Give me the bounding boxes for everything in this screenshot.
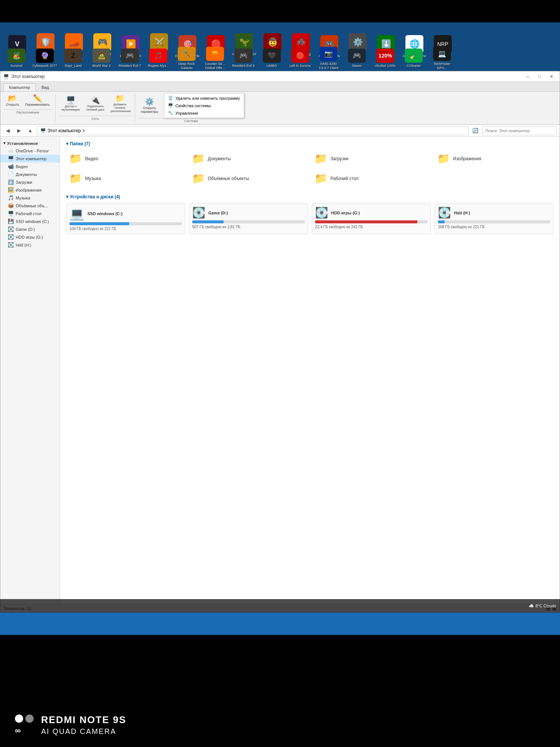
sidebar-item-music[interactable]: 🎵 Музыка [0, 194, 60, 202]
video-icon: 📹 [8, 164, 14, 169]
desktop-icon-cs[interactable]: 🔫 Counter-Str... Global Offe... [202, 46, 228, 71]
desktop-icon-worldwar[interactable]: 🧟 World War Z [88, 47, 115, 69]
maximize-button[interactable]: □ [534, 73, 545, 80]
remove-program-menu-item[interactable]: 🗑️ Удалить или изменить программу [164, 94, 244, 102]
drive-hdd-g[interactable]: 💽 HDD игры (G:) 23,4 ГБ свободно из 243 … [312, 203, 431, 234]
pc-icon: 🖥️ [40, 128, 46, 133]
folder-video[interactable]: 📁 Видео [66, 150, 186, 167]
sidebar-item-docs[interactable]: 📄 Документы [0, 170, 60, 178]
desktop-icon-resident8[interactable]: 🎮 Resident Evil 8 [230, 47, 257, 69]
folder-objects3d[interactable]: 📁 Объёмные объекты [189, 170, 309, 187]
sidebar-item-objects3d[interactable]: 📦 Объёмные объ... [0, 202, 60, 210]
drive-hdd-h[interactable]: 💽 Hdd (H:) 208 ГБ свободно из 221 ГБ [435, 203, 554, 234]
minimize-button[interactable]: ─ [522, 73, 533, 80]
ribbon-group-network-btns: 🖥️ Доступ к мультимедиа 🔌 Подключить сет… [59, 93, 132, 116]
desktop-icons-row2: 🏕️ Survival 🔮 Cyberpunk 2077 Z Dayz_Land… [0, 46, 560, 71]
folder-music-icon: 📁 [69, 172, 82, 185]
desktop-icon-yandex[interactable]: 🎵 Яндекс.Муз... [145, 47, 172, 69]
rename-icon: ✏️ [33, 94, 42, 102]
sidebar-item-hddgames[interactable]: 💽 HDD игры (G:) [0, 233, 60, 241]
drive-ssd-c-header: 💻 SSD windows (C:) [69, 207, 182, 221]
folder-images[interactable]: 📁 Изображения [434, 150, 554, 167]
rename-btn[interactable]: ✏️ Переименовать [22, 93, 52, 108]
desktop-icon-steam[interactable]: 🎮 Steam [343, 47, 370, 69]
drive-ssd-icon: 💻 [69, 207, 84, 221]
sidebar-item-thispc[interactable]: 🖥️ Этот компьютер [0, 155, 60, 162]
sidebar-item-downloads[interactable]: ⬇️ Загрузки [0, 178, 60, 186]
desktop-icon-deeprock[interactable]: ⛏️ Deep Rock Galactic [173, 46, 200, 71]
gamed-icon: 💽 [8, 226, 14, 232]
drives-section-header: ▾ Устройства и диски (4) [66, 194, 554, 199]
hddgames-icon: 💽 [8, 234, 14, 240]
sidebar-item-video[interactable]: 📹 Видео [0, 162, 60, 170]
open-params-btn[interactable]: ⚙️ Открытьпараметры [138, 93, 161, 118]
system-props-menu-item[interactable]: 🖥️ Свойства системы [164, 102, 244, 109]
addressbar: ◀ ▶ ▲ 🖥️ Этот компьютер > 🔄 [0, 125, 560, 137]
manage-menu-item[interactable]: 🔧 Управление [164, 109, 244, 117]
desktop-icon-alcohol[interactable]: 120% Alcohol 120% [372, 47, 399, 69]
back-button[interactable]: ◀ [3, 126, 12, 135]
manage-icon: 🔧 [168, 111, 173, 115]
desktop-icon-ccleaner[interactable]: 🧹 CCleaner [400, 47, 427, 69]
drive-hdd-h-header: 💽 Hdd (H:) [438, 207, 550, 219]
ssd-icon: 💾 [8, 218, 14, 224]
open-btn[interactable]: 📂 Открыть [3, 93, 22, 108]
drive-game-d-header: 💽 Game (D:) [192, 207, 305, 219]
phone-logo: ∞ REDMI NOTE 9S AI QUAD CAMERA [15, 714, 560, 736]
desktop-icon-limbo[interactable]: 🖤 LIMBO [258, 47, 285, 69]
desktop-icon-leftsurvive[interactable]: 🔴 Left to Survive [287, 47, 314, 69]
network-drive-btn[interactable]: 🔌 Подключить сетевой диск [83, 93, 107, 114]
sidebar-item-ssd[interactable]: 💾 SSD windows (C:) [0, 217, 60, 225]
desktop-icon-dayz[interactable]: Z Dayz_Land [60, 47, 87, 69]
tab-view[interactable]: Вид [36, 83, 55, 91]
drive-game-d[interactable]: 💽 Game (D:) 507 ГБ свободно из 1,81 ТБ [189, 203, 308, 234]
add-location-icon: 📁 [115, 94, 125, 102]
media-access-btn[interactable]: 🖥️ Доступ к мультимедиа [59, 93, 83, 114]
folder-objects-icon: 📁 [192, 172, 205, 185]
folder-video-icon: 📁 [69, 152, 82, 165]
forward-button[interactable]: ▶ [15, 126, 24, 135]
window-titlebar: 🖥️ Этот компьютер ─ □ ✕ [0, 71, 560, 82]
ribbon-group-network: 🖥️ Доступ к мультимедиа 🔌 Подключить сет… [59, 93, 132, 121]
folder-desktop-icon: 📁 [314, 172, 327, 185]
music-icon: 🎵 [8, 195, 14, 201]
tab-computer[interactable]: Компьютер [3, 83, 36, 91]
folder-downloads[interactable]: 📁 Загрузки [311, 150, 431, 167]
sidebar-item-onedrive[interactable]: ☁️ OneDrive - Persor [0, 147, 60, 155]
search-input[interactable] [482, 126, 557, 135]
folders-section-header: ▾ Папки (7) [66, 141, 554, 146]
network-drive-icon: 🔌 [91, 96, 100, 104]
sidebar-section-installed: ▾ Установленное ☁️ OneDrive - Persor 🖥️ … [0, 140, 60, 249]
folder-images-icon: 📁 [437, 152, 450, 165]
folder-docs[interactable]: 📁 Документы [189, 150, 309, 167]
sidebar-installed-header[interactable]: ▾ Установленное [0, 140, 60, 147]
desktop-icon-ivms[interactable]: 📷 iVMS-4200 3.5.0.7 Client [315, 46, 342, 71]
system-dropdown: 🗑️ Удалить или изменить программу 🖥️ Сво… [164, 93, 244, 118]
objects3d-icon: 📦 [8, 203, 14, 208]
hddh-icon: 💽 [8, 242, 14, 248]
desktop-icon-survival[interactable]: 🏕️ Survival [3, 47, 30, 69]
drive-ssd-c[interactable]: 💻 SSD windows (C:) 104 ГБ свободно из 22… [66, 203, 185, 234]
desktop-icon-cyberpunk[interactable]: 🔮 Cyberpunk 2077 [31, 47, 58, 69]
sidebar-item-game-d[interactable]: 💽 Game (D:) [0, 225, 60, 233]
sidebar-item-desktop[interactable]: 🖥️ Рабочий стол [0, 210, 60, 217]
sidebar-item-images[interactable]: 🖼️ Изображения [0, 186, 60, 194]
drive-hddh-bar-fill [438, 220, 445, 223]
ribbon-content: 📂 Открыть ✏️ Переименовать Расположение … [0, 92, 560, 125]
sidebar-item-hddh[interactable]: 💽 Hdd (H:) [0, 241, 60, 249]
downloads-icon: ⬇️ [8, 179, 14, 185]
chevron-drives-icon: ▾ [66, 194, 68, 199]
params-icon: ⚙️ [145, 98, 154, 105]
desktop-icon-resident7[interactable]: 🎮 Resident Evil 7 [116, 47, 143, 69]
up-button[interactable]: ▲ [26, 126, 35, 135]
thispc-icon: 🖥️ [8, 156, 14, 161]
monitor-screen: V V 🛡️ Avast Free Antivirus 🏎️ Need For … [0, 22, 560, 635]
folder-music[interactable]: 📁 Музыка [66, 170, 186, 187]
desktop-icon-techpower[interactable]: 💻 TechPower GPU... [429, 46, 455, 71]
address-path[interactable]: 🖥️ Этот компьютер > [37, 126, 469, 135]
folder-icon: 🖥️ [3, 74, 9, 79]
refresh-button[interactable]: 🔄 [471, 126, 480, 135]
add-location-btn[interactable]: 📁 Добавить сетевое расположение [108, 93, 132, 114]
close-button[interactable]: ✕ [546, 73, 557, 80]
folder-desktop[interactable]: 📁 Рабочий стол [311, 170, 431, 187]
